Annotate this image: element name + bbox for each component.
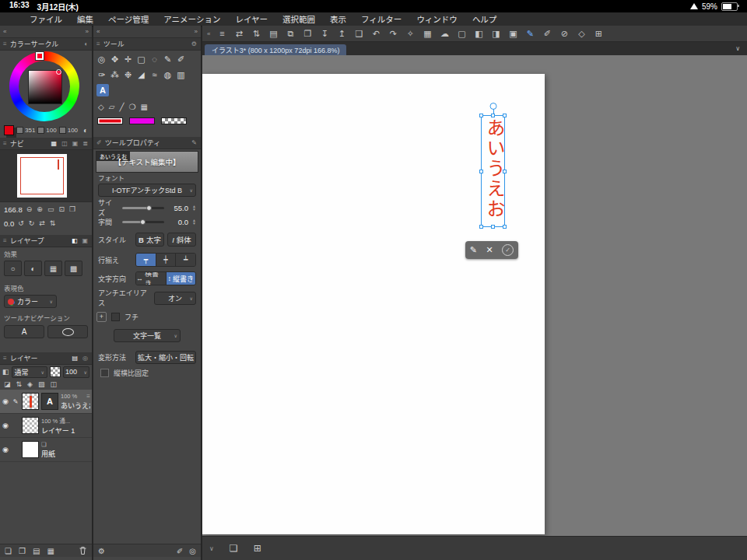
works-gallery-icon[interactable]: ⧉: [285, 29, 296, 39]
main-color-bar[interactable]: [97, 117, 123, 124]
tool-panel-header[interactable]: ≡ ツール ⚙: [93, 38, 201, 51]
selection-handle-ne[interactable]: [503, 114, 507, 117]
airbrush-tool-icon[interactable]: ⁂: [110, 68, 120, 81]
blend-tool-icon[interactable]: ≈: [149, 68, 160, 81]
tool-property-panel-header[interactable]: ✐ ツールプロパティ ✎: [93, 137, 201, 149]
text-selection-frame[interactable]: [481, 115, 505, 227]
menu-window[interactable]: ウィンドウ: [416, 13, 458, 25]
expand-plus-icon[interactable]: +: [96, 312, 107, 322]
new-folder-icon[interactable]: ❐: [19, 547, 26, 555]
invert-selection-icon[interactable]: ▣: [507, 29, 518, 39]
undo-icon[interactable]: ↶: [370, 29, 381, 39]
text-tool-nav-button[interactable]: A: [4, 325, 44, 338]
page-scroll-icon[interactable]: ⇅: [251, 29, 261, 39]
visibility-eye-icon[interactable]: ◉: [2, 446, 9, 453]
print-icon[interactable]: ❑: [353, 29, 364, 39]
page-thumbnail-icon[interactable]: ❏: [230, 543, 238, 554]
zoom-out-icon[interactable]: ⊖: [26, 205, 33, 213]
menu-view[interactable]: 表示: [330, 13, 346, 25]
hue-marker[interactable]: [36, 52, 44, 60]
horizontal-text-button[interactable]: ↔ 横書き: [136, 272, 167, 285]
color-wheel[interactable]: [0, 51, 92, 122]
selection-handle-nw[interactable]: [479, 114, 483, 117]
navigator-tab-icon[interactable]: ▦: [51, 140, 58, 147]
font-dropdown[interactable]: I-OTFアンチックStd B ∨: [98, 184, 196, 197]
border-toggle[interactable]: [111, 313, 120, 321]
layer-thumbnail[interactable]: [22, 417, 39, 434]
align-center-icon[interactable]: ┿: [156, 254, 177, 266]
trash-icon[interactable]: [79, 546, 87, 555]
fill-tool-icon[interactable]: ◍: [163, 68, 173, 81]
selection-handle-n[interactable]: [491, 114, 495, 117]
size-stepper[interactable]: ▲▼: [192, 205, 196, 211]
transform-method-dropdown[interactable]: 拡大・縮小・回転 ∨: [135, 351, 196, 364]
selection-handle-w[interactable]: [479, 170, 483, 173]
panel-list-icon[interactable]: ▤: [33, 547, 40, 555]
page-manager-icon[interactable]: ▤: [268, 29, 279, 39]
border-effect-icon[interactable]: ○: [4, 261, 22, 276]
pattern-tab-icon[interactable]: ▣: [81, 237, 89, 244]
subview-tab-icon[interactable]: ◫: [61, 140, 68, 147]
lock-layer-icon[interactable]: ◈: [27, 380, 33, 388]
blend-mode-select[interactable]: 通常 ∨: [12, 366, 47, 378]
navigator-preview[interactable]: [0, 150, 92, 202]
visibility-eye-icon[interactable]: ◉: [2, 397, 9, 405]
selection-handle-s[interactable]: [491, 225, 495, 229]
navigator-panel-header[interactable]: ≡ ナビ ▦◫▣≣: [0, 138, 92, 150]
layer-row-text[interactable]: ◉ ✎ A 100 % ≡ あいうえお: [0, 390, 92, 414]
menu-selection[interactable]: 選択範囲: [282, 13, 315, 25]
import-icon[interactable]: ↧: [319, 29, 330, 39]
grid-tool-icon[interactable]: ▦: [140, 103, 147, 111]
main-menu-icon[interactable]: ≡: [216, 29, 227, 39]
snap-ruler-icon[interactable]: ✎: [524, 29, 535, 39]
collapse-down-icon[interactable]: ∨: [209, 545, 214, 552]
collapse-left-icon[interactable]: «: [96, 28, 100, 35]
tab-list-chevron-icon[interactable]: ∨: [735, 45, 740, 52]
export-icon[interactable]: ↥: [336, 29, 347, 39]
layers-panel-header[interactable]: ≡ レイヤー ▤◎: [0, 352, 92, 365]
spacing-value[interactable]: 0.0: [168, 218, 188, 226]
information-tab-icon[interactable]: ▣: [72, 140, 79, 147]
menu-file[interactable]: ファイル: [30, 13, 62, 25]
aspect-lock-checkbox[interactable]: [100, 369, 109, 377]
flip-vertical-icon[interactable]: ⇅: [50, 219, 56, 227]
edit-text-icon[interactable]: ✎: [470, 245, 477, 255]
flip-horizontal-icon[interactable]: ⇄: [39, 219, 45, 227]
size-slider[interactable]: [122, 207, 164, 209]
rotate-handle[interactable]: [489, 103, 496, 110]
color-wheel-panel-header[interactable]: ≡ カラーサークル ◐: [0, 38, 92, 51]
antialias-dropdown[interactable]: オン ∨: [154, 292, 196, 305]
expression-color-dropdown[interactable]: カラー ∨: [4, 295, 57, 308]
collapse-right-icon[interactable]: »: [86, 28, 89, 35]
layer-opacity-select[interactable]: 100 ∨: [63, 366, 89, 378]
transparent-color-bar[interactable]: [161, 117, 187, 124]
deselect-icon[interactable]: ◨: [490, 29, 501, 39]
bold-button[interactable]: B 太字: [135, 233, 164, 247]
redo-icon[interactable]: ↷: [388, 29, 398, 39]
lock-transparent-pixels-icon[interactable]: ▨: [38, 380, 45, 388]
fit-screen-icon[interactable]: ⊞: [254, 543, 261, 554]
gradient-tool-icon[interactable]: ▥: [176, 68, 186, 81]
new-page-icon[interactable]: ❏: [5, 547, 12, 555]
vertical-text-button[interactable]: ↕ 縦書き: [167, 272, 196, 285]
menu-edit[interactable]: 編集: [77, 13, 93, 25]
paper-thumbnail[interactable]: [22, 441, 39, 458]
clear-icon[interactable]: ✧: [405, 29, 416, 39]
collapse-left-icon[interactable]: «: [207, 30, 210, 37]
enable-mask-icon[interactable]: ◫: [51, 380, 58, 388]
panel-more-icon[interactable]: ◐: [83, 40, 89, 47]
wrench-icon[interactable]: ⚙: [98, 547, 105, 555]
reset-view-icon[interactable]: ❐: [69, 205, 75, 213]
pen-tool-icon[interactable]: ✎: [163, 53, 173, 65]
spacing-stepper[interactable]: ▲▼: [192, 219, 196, 225]
operation-tool-icon[interactable]: ✛: [123, 53, 133, 65]
select-area-icon[interactable]: ◧: [473, 29, 484, 39]
history-tab-icon[interactable]: ≣: [82, 140, 89, 147]
layer-search-tab-icon[interactable]: ◎: [82, 355, 89, 362]
clip-to-layer-below-icon[interactable]: ◪: [4, 380, 11, 388]
canvas-page[interactable]: あいうえお ✎ ✕ ✓: [202, 74, 545, 534]
mask-icon[interactable]: ⊘: [559, 29, 570, 39]
extract-line-effect-icon[interactable]: ▩: [65, 261, 82, 276]
brush-tool-icon[interactable]: ✑: [96, 68, 107, 81]
character-list-button[interactable]: 文字一覧 ∨: [114, 329, 181, 342]
